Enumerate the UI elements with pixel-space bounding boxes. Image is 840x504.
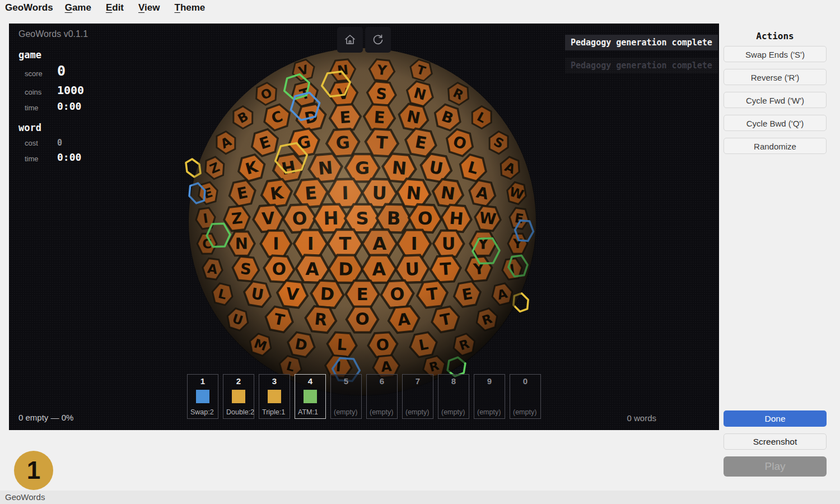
hex-tile-D[interactable]: D	[329, 255, 363, 283]
slot-label: ATM:1	[298, 408, 318, 416]
svg-text:E: E	[304, 183, 318, 204]
svg-text:A: A	[380, 358, 393, 375]
slot-label: Double:2	[226, 408, 254, 416]
svg-text:O: O	[390, 284, 405, 304]
hex-tile-T[interactable]: T	[328, 230, 362, 258]
hex-tile-O[interactable]: O	[347, 306, 378, 332]
refresh-icon	[371, 33, 385, 46]
slot-label: (empty)	[477, 408, 501, 416]
slot-4[interactable]: 4ATM:1	[295, 374, 326, 419]
svg-text:I: I	[307, 234, 314, 254]
action-swap-ends-s[interactable]: Swap Ends ('S')	[724, 46, 827, 62]
slot-item-swatch	[232, 390, 245, 403]
svg-text:A: A	[207, 261, 218, 277]
svg-text:A: A	[372, 233, 386, 254]
hex-tile-I[interactable]: I	[294, 230, 327, 258]
turn-badge: 1	[14, 451, 53, 490]
toast-message: Pedagogy generation complete	[565, 35, 718, 50]
game-heading: game	[18, 49, 41, 60]
slot-9[interactable]: 9(empty)	[474, 374, 505, 419]
svg-text:H: H	[323, 208, 339, 230]
slot-5[interactable]: 5(empty)	[330, 374, 362, 419]
hex-tile-S[interactable]: S	[345, 204, 380, 232]
slot-2[interactable]: 2Double:2	[223, 374, 254, 419]
svg-text:H: H	[449, 208, 464, 229]
screenshot-button[interactable]: Screenshot	[724, 433, 827, 450]
menu-item-view[interactable]: View	[138, 2, 160, 13]
slot-number: 4	[295, 376, 325, 386]
svg-text:R: R	[314, 309, 328, 329]
menu-item-edit[interactable]: Edit	[106, 2, 124, 13]
action-buttons: Swap Ends ('S')Reverse ('R')Cycle Fwd ('…	[724, 46, 827, 161]
menu-item-theme[interactable]: Theme	[174, 2, 205, 13]
slot-8[interactable]: 8(empty)	[438, 374, 469, 419]
slot-label: (empty)	[441, 408, 465, 416]
svg-text:O: O	[376, 335, 390, 353]
slot-7[interactable]: 7(empty)	[402, 374, 433, 419]
hex-tile-G[interactable]: G	[346, 154, 379, 181]
hex-tile-N[interactable]: N	[228, 232, 255, 256]
slot-item-swatch	[196, 390, 209, 403]
slot-number: 7	[403, 376, 433, 386]
toast-message-faded: Pedagogy generation complete	[565, 58, 718, 73]
action-cycle-fwd-w[interactable]: Cycle Fwd ('W')	[724, 92, 827, 108]
cost-value: 0	[57, 138, 62, 148]
action-randomize[interactable]: Randomize	[724, 138, 827, 154]
slot-0[interactable]: 0(empty)	[510, 374, 541, 419]
svg-text:N: N	[235, 235, 248, 253]
svg-text:V: V	[261, 208, 276, 229]
hex-tile-I[interactable]: I	[261, 231, 292, 257]
slot-number: 1	[188, 376, 218, 386]
action-cycle-bwd-q[interactable]: Cycle Bwd ('Q')	[724, 115, 827, 131]
svg-text:Y: Y	[376, 62, 388, 78]
hex-tile-A[interactable]: A	[362, 255, 396, 283]
svg-text:I: I	[273, 234, 279, 254]
coins-value: 1000	[57, 83, 84, 97]
play-button[interactable]: Play	[724, 456, 827, 477]
svg-text:U: U	[405, 259, 420, 279]
svg-text:L: L	[337, 335, 347, 353]
svg-text:G: G	[355, 158, 370, 178]
svg-text:A: A	[396, 309, 411, 329]
hex-tile-I[interactable]: I	[398, 230, 431, 258]
hex-tile-E[interactable]: E	[346, 281, 379, 307]
svg-text:N: N	[337, 62, 349, 78]
slot-1[interactable]: 1Swap:2	[187, 374, 218, 419]
action-reverse-r[interactable]: Reverse ('R')	[724, 69, 827, 85]
slot-label: Triple:1	[262, 408, 285, 416]
svg-text:E: E	[339, 108, 351, 127]
menu-item-game[interactable]: Game	[65, 2, 91, 13]
slot-number: 6	[367, 376, 397, 386]
version-label: GeoWords v0.1.1	[18, 29, 88, 39]
hex-tile-A[interactable]: A	[362, 230, 396, 258]
slot-label: (empty)	[513, 408, 536, 416]
score-value: 0	[57, 63, 66, 79]
word-time-label: time	[25, 155, 39, 163]
slot-6[interactable]: 6(empty)	[366, 374, 398, 419]
svg-text:T: T	[339, 233, 351, 254]
hex-tile-U[interactable]: U	[433, 231, 464, 257]
svg-text:A: A	[305, 259, 319, 279]
word-time-value: 0:00	[57, 151, 81, 163]
refresh-button[interactable]	[365, 27, 391, 53]
actions-title: Actions	[724, 31, 827, 41]
slot-item-swatch	[304, 390, 317, 403]
home-button[interactable]	[337, 27, 363, 53]
score-label: score	[25, 69, 43, 78]
slot-3[interactable]: 3Triple:1	[259, 374, 290, 419]
svg-text:V: V	[285, 284, 300, 304]
done-button[interactable]: Done	[724, 410, 827, 427]
status-bar: GeoWords	[0, 491, 840, 504]
coins-label: coins	[25, 88, 41, 96]
svg-text:N: N	[405, 183, 422, 204]
svg-text:O: O	[355, 310, 369, 329]
svg-text:S: S	[375, 85, 388, 103]
slot-label: Swap:2	[190, 408, 214, 416]
slot-number: 8	[438, 376, 469, 386]
svg-text:Z: Z	[230, 209, 243, 228]
letter-sphere[interactable]: VNYTOTVSNRBCDEENBLAEGGTEOSZKHNGNULAEEKEI…	[9, 24, 719, 430]
svg-text:N: N	[391, 157, 407, 179]
svg-text:T: T	[375, 133, 388, 153]
svg-text:I: I	[411, 234, 418, 254]
game-canvas[interactable]: VNYTOTVSNRBCDEENBLAEGGTEOSZKHNGNULAEEKEI…	[9, 24, 719, 430]
